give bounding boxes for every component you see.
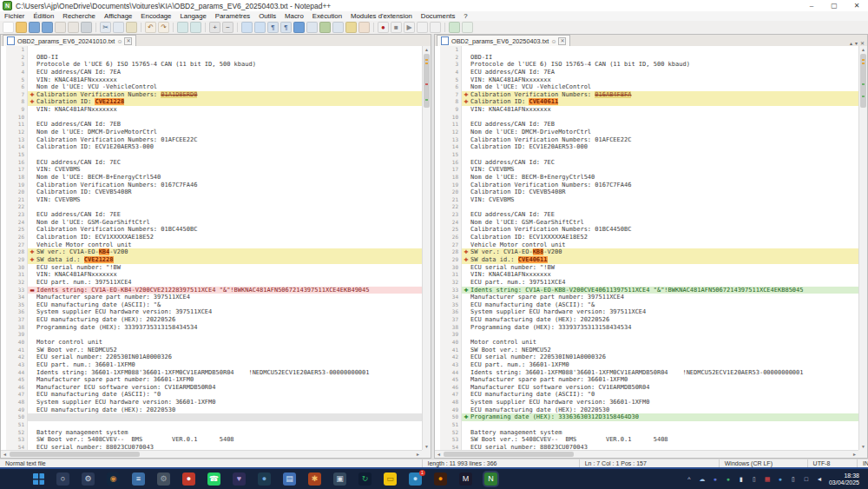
- code-line-right-19[interactable]: 19Calibration Verification Numbers: 0167…: [435, 182, 858, 189]
- code-line-right-28[interactable]: 28✚SW ver.: CV1A-EO-KB8-V200: [435, 248, 858, 256]
- film-app-icon[interactable]: ▣: [333, 472, 346, 486]
- clipboard-icon[interactable]: ▯: [790, 469, 797, 489]
- office-m-icon[interactable]: M: [459, 472, 472, 486]
- media-player-icon[interactable]: ♥: [233, 472, 246, 486]
- code-line-left-13[interactable]: 13Calibration Verification Numbers: 01AF…: [1, 136, 422, 144]
- save-macro-icon[interactable]: [417, 22, 428, 33]
- code-line-left-15[interactable]: 15: [1, 151, 422, 159]
- code-line-left-42[interactable]: 42ECU serial number: 220530IN01A0000326: [1, 354, 422, 361]
- code-line-right-9[interactable]: 9VIN: KNAC481AFNxxxxxxx: [435, 106, 858, 114]
- code-line-left-50[interactable]: 50: [1, 413, 422, 421]
- menu-item-macro[interactable]: Macro: [280, 11, 308, 21]
- code-line-right-8[interactable]: 8✚Calibration ID: CVE40611: [435, 98, 858, 106]
- scrollbar-thumb[interactable]: [424, 54, 430, 108]
- folder-as-workspace-icon[interactable]: [345, 22, 357, 33]
- bluetooth-icon[interactable]: ●: [777, 469, 784, 489]
- code-line-right-35[interactable]: 35ECU manufacturing date (ASCII): "&: [435, 301, 858, 309]
- scrollbar-thumb[interactable]: [444, 452, 574, 457]
- code-line-left-6[interactable]: 6Nom de l'UCE: VCU -VehicleControl: [1, 83, 422, 91]
- adobe-icon[interactable]: ▦: [764, 469, 771, 489]
- code-line-right-3[interactable]: 3Protocole de l'UCE 6) ISO 15765-4 CAN (…: [435, 61, 858, 69]
- code-line-left-29[interactable]: 29✚SW data id.: CVE21228: [1, 256, 422, 264]
- stop-record-icon[interactable]: ■: [391, 22, 402, 33]
- search-icon[interactable]: ○: [56, 472, 69, 486]
- code-line-right-29[interactable]: 29✚SW data id.: CVE40611: [435, 256, 858, 264]
- code-line-left-18[interactable]: 18Nom de l'UCE: BECM-B+EnergyCtrl540: [1, 174, 422, 182]
- code-line-right-38[interactable]: 38Programming date (HEX): 33393735313158…: [435, 324, 858, 332]
- code-line-left-12[interactable]: 12Nom de l'UCE: DMCM-DriveMotorCtrl: [1, 129, 422, 136]
- code-line-left-44[interactable]: 44Idents string: 36601-1XFM088'36601-1XF…: [1, 369, 422, 377]
- word-wrap-icon[interactable]: ¶: [267, 22, 279, 33]
- paste-icon[interactable]: [126, 22, 137, 33]
- copy-icon[interactable]: [113, 22, 124, 33]
- zoom-in-icon[interactable]: +: [209, 22, 220, 33]
- code-line-left-48[interactable]: 48System supplier ECU hardware version: …: [1, 399, 422, 406]
- replace-icon[interactable]: [190, 22, 201, 33]
- menu-item-affichage[interactable]: Affichage: [100, 11, 136, 21]
- sync-vertical-icon[interactable]: [241, 22, 253, 33]
- volume-icon[interactable]: ◄: [816, 469, 823, 489]
- code-line-left-52[interactable]: 52Battery management system: [1, 429, 422, 437]
- menu-item-fichier[interactable]: Fichier: [0, 11, 29, 21]
- show-all-characters-icon[interactable]: ¶: [280, 22, 292, 33]
- new-file-icon[interactable]: [3, 22, 14, 33]
- code-line-right-10[interactable]: 10: [435, 114, 858, 122]
- code-line-left-53[interactable]: 53SW Boot ver.: 5408CVEV-- BMS VER.0.1 5…: [1, 436, 422, 444]
- code-line-right-37[interactable]: 37ECU manufacturing date (HEX): 20220526: [435, 316, 858, 324]
- photos-app-icon[interactable]: ✱: [308, 472, 321, 486]
- tab-scroll-up-icon[interactable]: ▴: [850, 40, 852, 46]
- cast-display-icon[interactable]: □: [803, 469, 810, 489]
- zoom-out-icon[interactable]: −: [222, 22, 233, 33]
- run-macro-multiple-icon[interactable]: [430, 22, 441, 33]
- code-line-left-5[interactable]: 5VIN: KNAC481AFNxxxxxxx: [1, 76, 422, 84]
- tab-close-all-icon[interactable]: ✕: [860, 40, 865, 46]
- code-line-right-5[interactable]: 5VIN: KNAC481AFNxxxxxxx: [435, 76, 858, 84]
- settings-icon[interactable]: ⚙: [82, 472, 95, 486]
- code-line-right-51[interactable]: 51: [435, 421, 858, 429]
- tab-left-file[interactable]: OBD2_params_EV6_20241010.txt ⊙ ✕: [3, 35, 136, 46]
- save-icon[interactable]: [29, 22, 40, 33]
- compare-nav-icon[interactable]: [462, 22, 473, 33]
- code-line-right-4[interactable]: 4ECU address/CAN Id: 7EA: [435, 69, 858, 76]
- menu-item-param-tres[interactable]: Paramètres: [211, 11, 254, 21]
- onedrive-icon[interactable]: ☁: [699, 469, 706, 489]
- editor-right[interactable]: 12OBD-II3Protocole de l'UCE 6) ISO 15765…: [435, 46, 858, 450]
- code-line-left-43[interactable]: 43ECU part. num.: 36601-1XFM0: [1, 361, 422, 369]
- code-line-left-40[interactable]: 40Motor control unit: [1, 339, 422, 347]
- code-line-right-13[interactable]: 13Calibration Verification Numbers: 01AF…: [435, 136, 858, 144]
- code-line-right-11[interactable]: 11ECU address/CAN Id: 7EB: [435, 121, 858, 129]
- code-line-left-51[interactable]: 51: [1, 421, 422, 429]
- close-file-icon[interactable]: [55, 22, 66, 33]
- scroll-up-icon[interactable]: ▲: [859, 46, 867, 53]
- code-line-right-2[interactable]: 2OBD-II: [435, 54, 858, 62]
- code-line-left-32[interactable]: 32ECU part. num.: 397511XCE4: [1, 279, 422, 287]
- code-line-left-14[interactable]: 14Calibration ID: ECV1E20AER53-000: [1, 143, 422, 151]
- code-line-right-16[interactable]: 16ECU address/CAN Id: 7EC: [435, 159, 858, 167]
- menu-item-encodage[interactable]: Encodage: [136, 11, 175, 21]
- scroll-up-icon[interactable]: ▲: [423, 46, 431, 53]
- code-line-right-52[interactable]: 52Battery management system: [435, 429, 858, 437]
- code-line-right-39[interactable]: 39: [435, 331, 858, 339]
- menu-item-ex-cution[interactable]: Exécution: [308, 11, 346, 21]
- tab-close-icon[interactable]: ✕: [558, 37, 566, 45]
- code-line-left-39[interactable]: 39: [1, 331, 422, 339]
- peripheral-icon[interactable]: ▯: [751, 469, 758, 489]
- hidden-icons-chevron[interactable]: ^: [686, 469, 693, 489]
- code-line-right-15[interactable]: 15: [435, 151, 858, 159]
- scroll-down-icon[interactable]: ▼: [859, 443, 867, 450]
- vertical-scrollbar-right[interactable]: ▲ ▼: [858, 46, 867, 450]
- record-macro-icon[interactable]: ●: [378, 22, 389, 33]
- code-line-right-20[interactable]: 20Calibration ID: CVEVB5408R: [435, 188, 858, 196]
- scroll-down-icon[interactable]: ▼: [423, 443, 431, 450]
- code-line-left-26[interactable]: 26Calibration ID: ECV1XXXXXAE18E52: [1, 234, 422, 241]
- code-line-left-23[interactable]: 23ECU address/CAN Id: 7EE: [1, 211, 422, 219]
- code-line-right-23[interactable]: 23ECU address/CAN Id: 7EE: [435, 211, 858, 219]
- menu-item-documents[interactable]: Documents: [417, 11, 459, 21]
- code-line-left-37[interactable]: 37ECU manufacturing date (HEX): 20220526: [1, 316, 422, 324]
- code-line-left-4[interactable]: 4ECU address/CAN Id: 7EA: [1, 69, 422, 76]
- notepad-plus-plus-icon[interactable]: N: [484, 472, 497, 486]
- file-explorer-icon[interactable]: ▭: [384, 472, 397, 486]
- code-line-right-21[interactable]: 21VIN: CVEVBMS: [435, 196, 858, 204]
- start-button[interactable]: [33, 473, 44, 485]
- code-line-right-32[interactable]: 32ECU part. num.: 397511XCE4: [435, 279, 858, 287]
